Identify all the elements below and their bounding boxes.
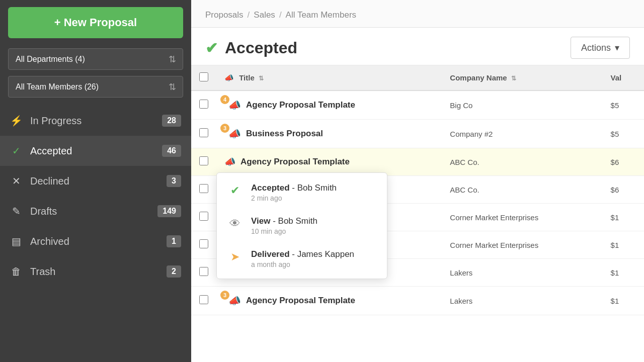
dropdown-item-delivered[interactable]: ➤ Delivered - James Kappen a month ago [217, 242, 387, 276]
actions-button[interactable]: Actions ▾ [571, 37, 630, 59]
proposal-title-text[interactable]: Agency Proposal Template [240, 157, 350, 167]
pencil-icon: ✎ [10, 205, 22, 217]
row-checkbox-cell [191, 259, 216, 287]
dropdown-time-text: a month ago [251, 260, 354, 268]
row-checkbox[interactable] [199, 128, 208, 137]
row-checkbox[interactable] [199, 239, 208, 248]
dropdown-time-text: 2 min ago [251, 194, 337, 202]
dropdown-item-accepted[interactable]: ✔ Accepted - Bob Smith 2 min ago [217, 176, 387, 209]
row-checkbox[interactable] [199, 184, 208, 193]
th-value[interactable]: Val [603, 65, 644, 90]
proposals-table: 📣 Title ⇅ Company Name ⇅ Val [191, 65, 644, 315]
th-title[interactable]: 📣 Title ⇅ [216, 65, 442, 90]
declined-badge: 3 [167, 175, 181, 187]
notification-badge: 4 [220, 95, 229, 104]
in-progress-badge: 28 [162, 115, 181, 127]
row-checkbox[interactable] [199, 212, 208, 221]
proposal-title-text[interactable]: Agency Proposal Template [246, 296, 355, 306]
dropdown-time-text: 10 min ago [251, 227, 317, 235]
row-title-cell: 3 📣 Agency Proposal Template [216, 287, 442, 315]
dropdown-item-text: Accepted - Bob Smith 2 min ago [251, 183, 337, 202]
row-value-cell: $5 [603, 120, 644, 148]
row-checkbox[interactable] [199, 295, 208, 304]
dropdown-action-text: View - Bob Smith [251, 216, 317, 226]
proposal-title-text[interactable]: Agency Proposal Template [246, 100, 355, 110]
badge-wrapper: 3 📣 [224, 295, 241, 307]
row-checkbox[interactable] [199, 267, 208, 276]
row-value-cell: $1 [603, 204, 644, 231]
title-sort-icon[interactable]: ⇅ [259, 75, 264, 82]
accepted-check-icon: ✔ [205, 39, 218, 57]
dropdown-item-text: Delivered - James Kappen a month ago [251, 249, 354, 268]
check-circle-icon: ✓ [10, 145, 22, 157]
breadcrumb-sales[interactable]: Sales [254, 10, 275, 20]
departments-select[interactable]: All Departments (4) [8, 48, 183, 70]
row-checkbox-cell [191, 176, 216, 204]
dropdown-action-text: Delivered - James Kappen [251, 249, 354, 259]
archive-icon: ▤ [10, 235, 22, 247]
sidebar-item-trash[interactable]: 🗑 Trash 2 [0, 256, 191, 287]
breadcrumb: Proposals / Sales / All Team Members [191, 0, 644, 28]
sidebar-item-in-progress[interactable]: ⚡ In Progress 28 [0, 106, 191, 136]
table-row: 3 📣 Agency Proposal Template Lakers $1 [191, 287, 644, 315]
th-company[interactable]: Company Name ⇅ [442, 65, 602, 90]
row-company-cell: Corner Market Enterprises [442, 231, 602, 259]
archived-badge: 1 [167, 235, 181, 247]
row-title-cell: 3 📣 Business Proposal [216, 120, 442, 148]
row-title-cell: 4 📣 Agency Proposal Template [216, 90, 442, 120]
row-checkbox-cell [191, 204, 216, 231]
breadcrumb-proposals[interactable]: Proposals [205, 10, 244, 20]
row-checkbox-cell [191, 287, 216, 315]
breadcrumb-team[interactable]: All Team Members [286, 10, 356, 20]
check-icon: ✔ [227, 184, 243, 197]
accepted-label: Accepted [30, 145, 162, 157]
main-content: Proposals / Sales / All Team Members ✔ A… [191, 0, 644, 362]
eye-icon: 👁 [227, 217, 243, 230]
megaphone-icon: 📣 [228, 99, 241, 111]
trash-badge: 2 [167, 265, 181, 278]
activity-dropdown: ✔ Accepted - Bob Smith 2 min ago 👁 View … [216, 172, 387, 279]
table-row: 4 📣 Agency Proposal Template Big Co $5 [191, 90, 644, 120]
badge-wrapper: 4 📣 [224, 99, 241, 111]
drafts-badge: 149 [157, 205, 181, 217]
team-select-wrapper: All Team Members (26) ⇅ [8, 76, 183, 98]
page-header: ✔ Accepted Actions ▾ [191, 28, 644, 65]
notification-badge: 3 [220, 124, 229, 133]
select-all-checkbox[interactable] [199, 72, 208, 81]
row-company-cell: Corner Market Enterprises [442, 204, 602, 231]
departments-select-wrapper: All Departments (4) ⇅ [8, 48, 183, 70]
row-value-cell: $6 [603, 148, 644, 176]
sidebar-item-declined[interactable]: ✕ Declined 3 [0, 166, 191, 196]
page-title: ✔ Accepted [205, 39, 297, 57]
row-checkbox[interactable] [199, 156, 208, 165]
sidebar-item-archived[interactable]: ▤ Archived 1 [0, 226, 191, 256]
trash-icon: 🗑 [10, 266, 22, 278]
x-icon: ✕ [10, 175, 22, 187]
table-header-row: 📣 Title ⇅ Company Name ⇅ Val [191, 65, 644, 90]
row-checkbox-cell [191, 90, 216, 120]
row-checkbox[interactable] [199, 100, 208, 109]
sidebar-nav: ⚡ In Progress 28 ✓ Accepted 46 ✕ Decline… [0, 106, 191, 362]
table-row: 3 📣 Business Proposal Company #2 $5 [191, 120, 644, 148]
row-value-cell: $1 [603, 287, 644, 315]
breadcrumb-sep-1: / [248, 10, 250, 20]
row-value-cell: $1 [603, 231, 644, 259]
archived-label: Archived [30, 236, 167, 247]
sidebar-item-drafts[interactable]: ✎ Drafts 149 [0, 196, 191, 226]
proposal-title-text[interactable]: Business Proposal [246, 129, 323, 139]
row-company-cell: Company #2 [442, 120, 602, 148]
lightning-icon: ⚡ [10, 115, 22, 127]
notification-badge: 3 [220, 291, 229, 300]
company-sort-icon[interactable]: ⇅ [511, 75, 516, 82]
table-row: 📣 Agency Proposal Template ✔ Accepted - … [191, 148, 644, 176]
proposal-title: 3 📣 Agency Proposal Template [224, 295, 434, 307]
drafts-label: Drafts [30, 206, 157, 217]
dropdown-item-view[interactable]: 👁 View - Bob Smith 10 min ago [217, 209, 387, 242]
sidebar-item-accepted[interactable]: ✓ Accepted 46 [0, 136, 191, 166]
proposal-title: 📣 Agency Proposal Template [224, 156, 434, 167]
row-checkbox-cell [191, 231, 216, 259]
row-value-cell: $6 [603, 176, 644, 204]
new-proposal-button[interactable]: + New Proposal [8, 7, 183, 38]
row-company-cell: Lakers [442, 259, 602, 287]
team-select[interactable]: All Team Members (26) [8, 76, 183, 98]
